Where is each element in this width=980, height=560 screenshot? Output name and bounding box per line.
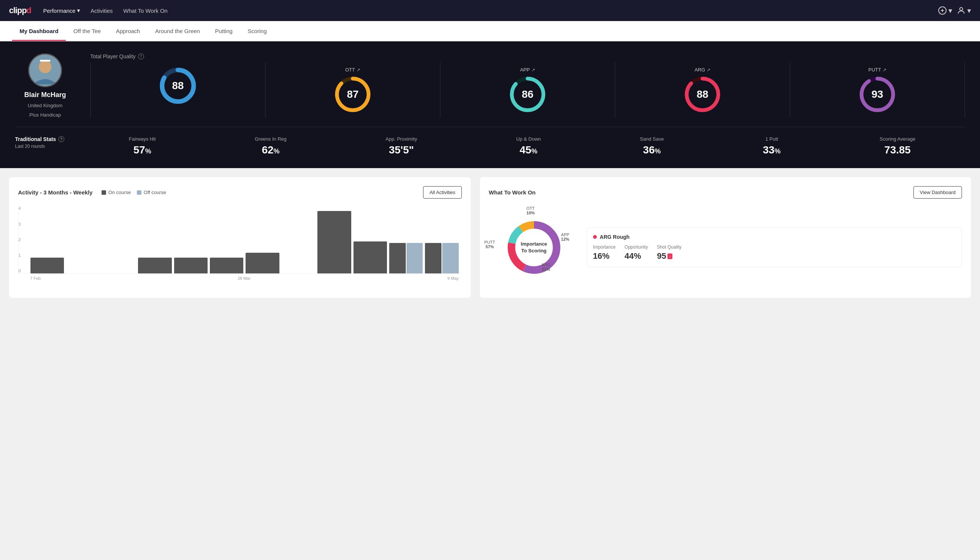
stat-fairways-hit: Fairways Hit 57% (129, 136, 156, 156)
donut-ott: 87 (334, 76, 371, 113)
activity-card-header: Activity - 3 Months - Weekly On course O… (18, 186, 462, 198)
stat-label-sandsave: Sand Save (640, 136, 664, 142)
legend-dot-oncourse (101, 190, 106, 195)
bar-group (138, 258, 171, 274)
hero-section: Blair McHarg United Kingdom Plus Handica… (0, 42, 980, 168)
donut-putt: 93 (859, 76, 896, 113)
bar-oncourse (174, 258, 208, 274)
bar-oncourse (30, 258, 64, 274)
arg-dot-icon (593, 235, 597, 239)
bar-oncourse (425, 243, 441, 273)
score-card-app: APP ↗ 86 (440, 62, 615, 118)
help-icon[interactable]: ? (138, 53, 144, 59)
bar-group (318, 211, 351, 273)
arrow-icon-ott: ↗ (356, 67, 360, 73)
score-cards: 88 OTT ↗ 87 (90, 62, 965, 118)
nav-what-to-work-on[interactable]: What To Work On (123, 8, 168, 14)
stat-value-proximity: 35'5" (386, 144, 417, 156)
tab-approach[interactable]: Approach (108, 21, 147, 41)
wtwo-donut-wrapper: Importance To Scoring OTT 10% APP 12% (489, 206, 579, 289)
wtwo-donut-container: Importance To Scoring OTT 10% APP 12% (489, 206, 579, 289)
stat-label-fairways: Fairways Hit (129, 136, 156, 142)
bar-offcourse (406, 243, 423, 273)
tab-off-the-tee[interactable]: Off the Tee (66, 21, 108, 41)
tab-around-the-green[interactable]: Around the Green (147, 21, 207, 41)
avatar (28, 53, 62, 87)
stat-label-updown: Up & Down (516, 136, 541, 142)
x-label-mar: 28 Mar (238, 276, 250, 280)
nav-links: Performance ▾ Activities What To Work On (43, 7, 168, 14)
tab-approach-label: Approach (116, 28, 140, 34)
topnav-right: ▾ ▾ (938, 6, 971, 15)
ott-label: OTT 10% (526, 206, 535, 215)
stat-app-proximity: App. Proximity 35'5" (386, 136, 417, 156)
score-value-ott: 87 (347, 88, 358, 100)
arg-opportunity-value: 44% (625, 251, 648, 261)
arg-metric-opportunity: Opportunity 44% (625, 245, 648, 261)
score-label-app: APP ↗ (520, 67, 535, 73)
stat-up-and-down: Up & Down 45% (516, 136, 541, 156)
arg-title-text: ARG Rough (600, 234, 629, 240)
nav-activities-label: Activities (91, 8, 113, 14)
user-menu-button[interactable]: ▾ (957, 6, 971, 15)
tabs-bar: My Dashboard Off the Tee Approach Around… (0, 21, 980, 42)
view-dashboard-button[interactable]: View Dashboard (913, 186, 962, 198)
trad-stats-help-icon[interactable]: ? (58, 136, 64, 142)
player-country: United Kingdom (28, 103, 63, 108)
chevron-down-icon: ▾ (948, 6, 952, 15)
tab-scoring[interactable]: Scoring (240, 21, 274, 41)
stat-value-updown: 45% (516, 144, 541, 156)
bar-group (353, 242, 387, 273)
stat-scoring-average: Scoring Average 73.85 (880, 136, 915, 156)
bar-oncourse (318, 211, 351, 273)
tpq-label: Total Player Quality ? (90, 53, 965, 59)
score-value-total: 88 (172, 80, 183, 92)
arg-card-title: ARG Rough (593, 234, 955, 240)
down-badge-icon: ↓ (667, 253, 672, 259)
trad-stats-label: Traditional Stats ? Last 20 rounds (15, 136, 64, 149)
nav-activities[interactable]: Activities (91, 8, 113, 14)
activity-card-title-group: Activity - 3 Months - Weekly On course O… (18, 189, 166, 195)
bar-group (210, 258, 243, 274)
arg-shotquality-label: Shot Quality (657, 245, 681, 250)
legend-oncourse: On course (101, 190, 131, 195)
stat-sand-save: Sand Save 36% (640, 136, 664, 156)
arg-importance-label: Importance (593, 245, 616, 250)
tab-my-dashboard[interactable]: My Dashboard (12, 21, 66, 41)
add-button[interactable]: ▾ (938, 6, 952, 15)
tab-putting[interactable]: Putting (208, 21, 240, 41)
donut-total: 88 (159, 67, 197, 105)
stats-row: Traditional Stats ? Last 20 rounds Fairw… (15, 127, 965, 156)
putt-label: PUTT 57% (484, 240, 495, 249)
score-card-total: 88 (91, 62, 266, 118)
score-label-arg: ARG ↗ (695, 67, 710, 73)
bar-oncourse (389, 243, 406, 273)
tab-around-green-label: Around the Green (155, 28, 200, 34)
arg-label: ARG 21% (542, 263, 551, 272)
bar-oncourse (210, 258, 243, 274)
nav-performance[interactable]: Performance ▾ (43, 7, 80, 14)
logo[interactable]: clippd (9, 6, 31, 15)
bar-group (246, 253, 279, 273)
arrow-icon-app: ↗ (531, 67, 535, 73)
legend-dot-offcourse (137, 190, 141, 195)
logo-text-part2: d (26, 6, 31, 15)
arg-metric-importance: Importance 16% (593, 245, 616, 261)
all-activities-button[interactable]: All Activities (423, 186, 462, 198)
arg-opportunity-label: Opportunity (625, 245, 648, 250)
logo-text-part1: clipp (9, 6, 26, 15)
bar-oncourse (138, 258, 171, 274)
stat-value-gir: 62% (255, 144, 286, 156)
legend-label-offcourse: Off course (144, 190, 166, 195)
bar-offcourse (442, 243, 459, 273)
donut-center-line1: Importance (521, 241, 547, 247)
tab-my-dashboard-label: My Dashboard (20, 28, 58, 34)
wtwo-card-header: What To Work On View Dashboard (489, 186, 962, 198)
svg-rect-6 (40, 60, 50, 62)
svg-point-3 (960, 8, 963, 10)
tab-off-the-tee-label: Off the Tee (73, 28, 101, 34)
arg-metrics: Importance 16% Opportunity 44% Shot Qual… (593, 245, 955, 261)
chart-legend: On course Off course (101, 190, 166, 195)
score-card-putt: PUTT ↗ 93 (790, 62, 965, 118)
activity-card-title: Activity - 3 Months - Weekly (18, 189, 93, 195)
